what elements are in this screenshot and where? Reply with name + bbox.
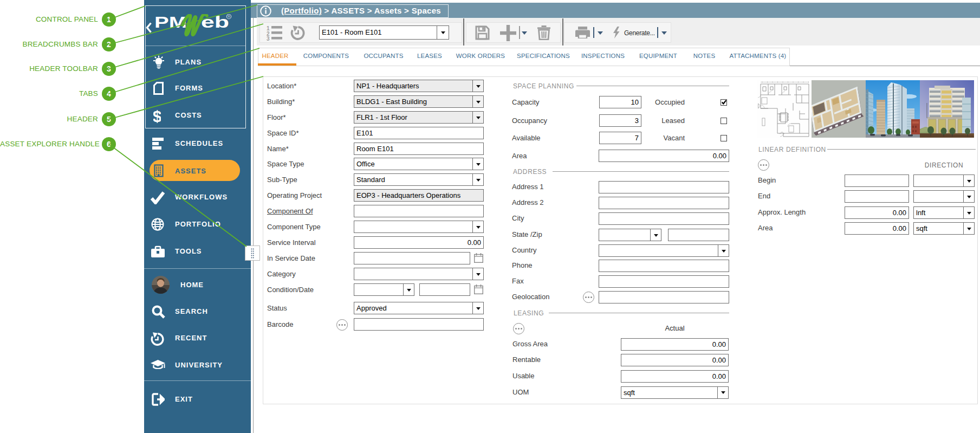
svg-text:R: R [228,15,230,18]
svg-text:3: 3 [267,36,270,41]
svg-text:eb: eb [201,14,229,31]
svg-text:$: $ [153,108,161,123]
